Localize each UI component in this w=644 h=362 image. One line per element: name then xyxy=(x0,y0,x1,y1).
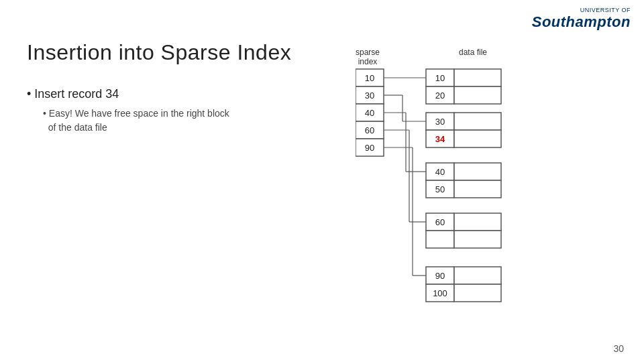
svg-rect-39 xyxy=(426,284,454,302)
svg-rect-19 xyxy=(426,113,454,130)
svg-rect-11 xyxy=(356,139,384,156)
svg-text:index: index xyxy=(358,57,378,66)
logo-small-text: UNIVERSITY OF xyxy=(580,7,631,13)
svg-text:data file: data file xyxy=(459,48,487,57)
university-logo: UNIVERSITY OF Southampton xyxy=(532,7,631,31)
svg-text:sparse: sparse xyxy=(356,48,380,57)
svg-text:60: 60 xyxy=(435,217,445,227)
svg-text:10: 10 xyxy=(365,73,374,83)
svg-rect-28 xyxy=(426,180,454,198)
svg-text:34: 34 xyxy=(435,134,445,144)
svg-text:40: 40 xyxy=(435,167,445,177)
svg-text:90: 90 xyxy=(365,143,374,153)
svg-rect-16 xyxy=(426,86,454,104)
svg-rect-34 xyxy=(426,231,454,248)
svg-text:20: 20 xyxy=(435,90,445,101)
bullet-sub: • Easy! We have free space in the right … xyxy=(43,107,229,135)
svg-rect-21 xyxy=(454,113,501,130)
svg-text:30: 30 xyxy=(435,117,445,127)
svg-rect-25 xyxy=(426,163,454,180)
svg-text:40: 40 xyxy=(365,108,374,118)
page-number: 30 xyxy=(613,343,624,354)
svg-rect-30 xyxy=(454,180,501,198)
svg-text:10: 10 xyxy=(435,73,445,83)
svg-rect-13 xyxy=(426,69,454,86)
svg-rect-22 xyxy=(426,130,454,147)
svg-rect-33 xyxy=(454,213,501,231)
svg-rect-36 xyxy=(426,267,454,284)
svg-rect-31 xyxy=(426,213,454,231)
svg-text:100: 100 xyxy=(433,288,447,298)
svg-rect-35 xyxy=(454,231,501,248)
connector-svg: sparse index data file 10 30 40 60 90 10… xyxy=(356,46,624,334)
svg-text:50: 50 xyxy=(435,184,445,194)
bullet-main: • Insert record 34 xyxy=(27,87,229,101)
svg-rect-24 xyxy=(454,130,501,147)
content-area: • Insert record 34 • Easy! We have free … xyxy=(27,87,229,135)
svg-text:30: 30 xyxy=(365,90,374,101)
page-title: Insertion into Sparse Index xyxy=(27,40,291,65)
svg-rect-27 xyxy=(454,163,501,180)
svg-rect-3 xyxy=(356,69,384,86)
svg-rect-9 xyxy=(356,121,384,139)
svg-rect-41 xyxy=(454,284,501,302)
logo-large-text: Southampton xyxy=(532,13,631,31)
svg-rect-38 xyxy=(454,267,501,284)
svg-text:90: 90 xyxy=(435,271,445,281)
svg-text:60: 60 xyxy=(365,125,374,135)
svg-rect-5 xyxy=(356,86,384,104)
svg-rect-18 xyxy=(454,86,501,104)
svg-rect-15 xyxy=(454,69,501,86)
svg-rect-7 xyxy=(356,104,384,121)
